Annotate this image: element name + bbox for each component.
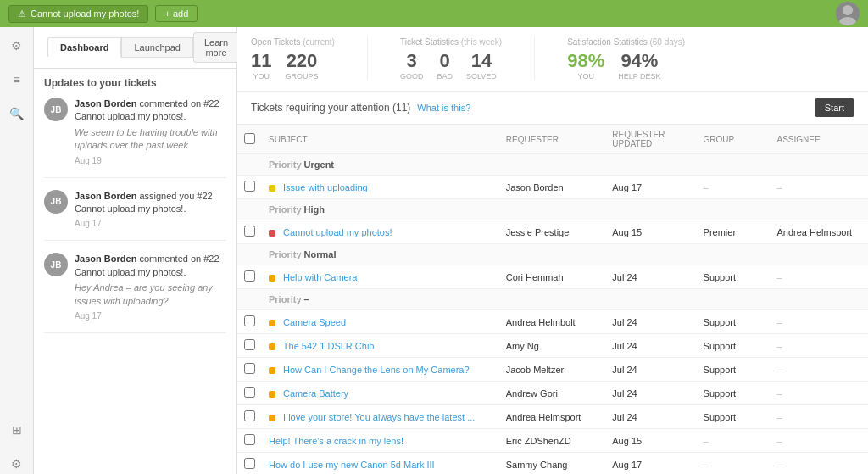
avatar: JB (44, 253, 68, 276)
table-row: I love your store! You always have the l… (237, 405, 868, 429)
row-checkbox[interactable] (244, 458, 255, 469)
select-all-checkbox[interactable] (244, 133, 255, 144)
main-layout: ⚙ ≡ 🔍 ⊞ ⚙ Dashboard Launchpad Learn more… (0, 27, 868, 474)
update-date: Aug 17 (75, 311, 226, 321)
ticket-subject-cell: Cannot upload my photos! (262, 220, 499, 244)
update-item: JB Jason Borden commented on #22 Cannot … (44, 98, 226, 178)
group-cell: Support (697, 310, 771, 334)
tickets-table: SUBJECT REQUESTER REQUESTER UPDATED GROU… (237, 125, 868, 474)
avatar: JB (44, 98, 68, 121)
col-header-assignee: ASSIGNEE (771, 125, 869, 154)
ticket-stats-values: 3 GOOD 0 BAD 14 SOLVED (400, 52, 502, 81)
search-icon[interactable]: 🔍 (7, 103, 27, 124)
ticket-link[interactable]: Help! There's a crack in my lens! (269, 436, 403, 446)
updated-cell: Jul 24 (605, 265, 696, 289)
ticket-link[interactable]: The 542.1 DSLR Chip (283, 341, 375, 351)
settings-icon[interactable]: ⚙ (7, 36, 27, 56)
row-checkbox[interactable] (244, 434, 255, 445)
update-date: Aug 19 (75, 156, 226, 165)
assignee-cell: – (771, 429, 869, 453)
row-checkbox[interactable] (244, 226, 255, 237)
priority-indicator (269, 230, 275, 237)
priority-label-row: Priority High (237, 199, 868, 220)
learn-more-button[interactable]: Learn more (193, 32, 239, 63)
update-author: Jason Borden (75, 98, 136, 109)
priority-dash-label: Priority – (262, 289, 868, 310)
satisfaction-stats-group: Satisfaction Statistics (60 days) 98% YO… (567, 37, 685, 81)
row-checkbox[interactable] (244, 181, 255, 192)
requester-cell: Jacob Meltzer (499, 358, 606, 382)
col-header-requester: REQUESTER (499, 125, 606, 154)
requester-cell: Cori Hemmah (499, 265, 606, 289)
row-checkbox[interactable] (244, 270, 255, 282)
start-button[interactable]: Start (815, 98, 854, 117)
user-avatar[interactable] (836, 2, 860, 25)
assignee-cell: – (771, 310, 869, 334)
stat-you-value: 11 (251, 52, 271, 70)
table-row: Cannot upload my photos! Jessie Prestige… (237, 220, 868, 244)
priority-label-row: Priority Normal (237, 244, 868, 265)
notification-bar[interactable]: ⚠ Cannot upload my photos! (8, 5, 148, 23)
priority-indicator (269, 415, 275, 421)
priority-label-row: Priority Urgent (237, 154, 868, 176)
ticket-link[interactable]: Camera Speed (283, 317, 346, 327)
menu-icon[interactable]: ≡ (7, 70, 27, 90)
assignee-cell: – (771, 382, 869, 405)
ticket-link[interactable]: Cannot upload my photos! (283, 227, 392, 237)
row-checkbox[interactable] (244, 339, 255, 350)
group-cell: – (697, 429, 771, 453)
table-row: Issue with uploading Jason Borden Aug 17… (237, 176, 868, 199)
ticket-subject-cell: Camera Speed (262, 310, 499, 334)
update-content: Jason Borden commented on #22 Cannot upl… (75, 98, 226, 165)
tab-launchpad[interactable]: Launchpad (121, 37, 192, 58)
satisfaction-label: Satisfaction Statistics (60 days) (567, 37, 685, 47)
requester-cell: Jessie Prestige (499, 220, 606, 244)
table-row: How Can I Change the Lens on My Camera? … (237, 358, 868, 382)
ticket-link[interactable]: Camera Battery (283, 388, 348, 399)
row-checkbox[interactable] (244, 387, 255, 398)
widget-icon[interactable]: ⊞ (7, 420, 27, 440)
add-button[interactable]: + add (155, 5, 198, 22)
group-cell: Support (697, 405, 771, 429)
gear-icon[interactable]: ⚙ (7, 454, 27, 474)
top-tabs-bar: Dashboard Launchpad Learn more (34, 27, 236, 69)
stat-sat-helpdesk: 94% HELP DESK (618, 52, 660, 81)
stat-groups: 220 GROUPS (285, 52, 318, 81)
group-cell: Support (697, 382, 771, 405)
updated-cell: Aug 17 (605, 176, 696, 199)
priority-indicator (269, 367, 275, 374)
group-cell: Support (697, 358, 771, 382)
group-cell: Support (697, 265, 771, 289)
update-author: Jason Borden (75, 191, 136, 201)
ticket-subject-cell: The 542.1 DSLR Chip (262, 334, 499, 358)
stat-you-label: YOU (251, 72, 271, 81)
assignee-cell: – (771, 358, 869, 382)
priority-indicator (269, 275, 275, 282)
row-checkbox[interactable] (244, 315, 255, 326)
updated-cell: Jul 24 (605, 405, 696, 429)
requester-cell: Sammy Chang (499, 453, 606, 475)
updated-cell: Jul 24 (605, 310, 696, 334)
what-is-this-link[interactable]: What is this? (417, 103, 470, 113)
update-desc: Hey Andrea – are you seeing any issues w… (75, 282, 226, 308)
tickets-tbody: Priority Urgent Issue with uploading Jas… (237, 154, 868, 475)
col-header-subject: SUBJECT (262, 125, 499, 154)
row-checkbox[interactable] (244, 363, 255, 374)
ticket-link[interactable]: Help with Camera (283, 272, 357, 282)
updated-cell: Aug 15 (605, 429, 696, 453)
assignee-cell: – (771, 176, 869, 199)
table-row: Help! There's a crack in my lens! Eric Z… (237, 429, 868, 453)
ticket-stats-group: Ticket Statistics (this week) 3 GOOD 0 B… (400, 37, 502, 81)
left-panel: Dashboard Launchpad Learn more Updates t… (34, 27, 237, 474)
ticket-subject-cell: Issue with uploading (262, 176, 499, 199)
assignee-cell: – (771, 334, 869, 358)
priority-indicator (269, 391, 275, 398)
ticket-link[interactable]: How do I use my new Canon 5d Mark III (269, 460, 435, 470)
ticket-link[interactable]: How Can I Change the Lens on My Camera? (283, 365, 470, 375)
row-checkbox[interactable] (244, 410, 255, 421)
tab-dashboard[interactable]: Dashboard (47, 37, 121, 58)
ticket-link[interactable]: I love your store! You always have the l… (283, 412, 475, 422)
updated-cell: Aug 17 (605, 453, 696, 475)
ticket-link[interactable]: Issue with uploading (283, 182, 368, 192)
open-tickets-label: Open Tickets (current) (251, 37, 335, 47)
